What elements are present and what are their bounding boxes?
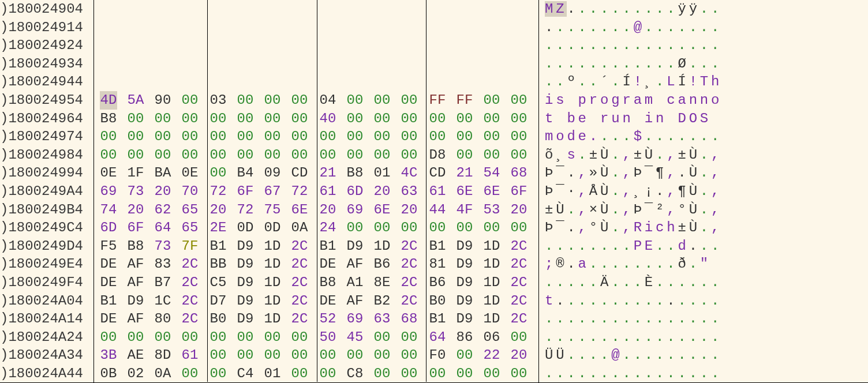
hex-byte[interactable]: 00 [264,328,281,347]
hex-byte[interactable]: 20 [401,201,418,219]
hex-byte[interactable]: F5 [100,237,117,256]
hex-byte[interactable]: 00 [100,328,117,347]
hex-byte[interactable]: 65 [181,219,199,237]
hex-byte[interactable]: 00 [483,219,500,237]
hex-byte[interactable]: 8E [373,273,391,292]
hex-byte[interactable]: B6 [429,273,446,292]
hex-byte[interactable]: 1D [483,292,500,310]
hex-byte[interactable]: 4D [100,91,117,110]
hex-byte[interactable]: B8 [346,164,364,182]
hex-byte[interactable]: 00 [456,365,473,383]
hex-byte[interactable]: 2C [510,292,527,310]
hex-byte[interactable]: 2C [181,310,199,328]
hex-byte[interactable]: 61 [181,346,199,365]
hex-byte[interactable]: 00 [237,91,254,110]
hex-byte[interactable]: 81 [429,255,446,273]
hex-byte[interactable]: D9 [237,255,254,273]
hex-byte[interactable]: 00 [209,365,227,383]
hex-byte[interactable]: 00 [237,127,254,146]
hex-byte[interactable]: 2C [181,292,199,310]
hex-byte[interactable]: 00 [237,346,254,365]
hex-byte[interactable]: 2C [291,292,308,310]
hex-byte[interactable]: 69 [346,201,364,219]
hex-byte[interactable]: 20 [154,182,171,201]
hex-byte[interactable]: 1D [264,310,281,328]
hex-byte[interactable]: 00 [483,127,500,146]
hex-byte[interactable]: 00 [264,91,281,110]
hex-byte[interactable]: 1D [483,273,500,292]
hex-byte[interactable]: 2C [401,292,418,310]
hex-byte[interactable]: 00 [100,127,117,146]
hex-row[interactable]: F5B8737FB1D91D2CB1D91D2CB1D91D2C [100,237,538,256]
hex-byte[interactable]: 6F [127,219,144,237]
hex-byte[interactable]: 00 [127,146,144,164]
hex-row[interactable]: 00000000000000000000000000000000 [100,127,538,146]
hex-byte[interactable]: 00 [373,328,391,347]
hex-byte[interactable]: 00 [291,91,308,110]
hex-byte[interactable]: 8D [154,346,171,365]
hex-byte[interactable]: 61 [319,182,336,201]
hex-row[interactable]: B8000000000000004000000000000000 [100,110,538,128]
hex-byte[interactable]: B8 [100,110,117,128]
hex-byte[interactable]: 01 [264,365,281,383]
hex-byte[interactable]: DE [319,255,336,273]
hex-row[interactable]: 6D6F64652E0D0D0A2400000000000000 [100,219,538,237]
hex-byte[interactable]: 00 [264,146,281,164]
hex-byte[interactable]: 6D [346,182,364,201]
hex-byte[interactable]: 74 [100,201,117,219]
hex-byte[interactable]: 00 [181,328,199,347]
hex-byte[interactable]: 1D [264,255,281,273]
hex-byte[interactable]: 2E [209,219,227,237]
hex-byte[interactable]: 6D [100,219,117,237]
hex-byte[interactable]: 00 [291,110,308,128]
hex-byte[interactable]: 00 [483,91,500,110]
hex-byte[interactable]: 52 [319,310,336,328]
hex-byte[interactable]: B8 [127,237,144,256]
hex-byte[interactable]: 20 [127,201,144,219]
hex-byte[interactable]: 00 [319,127,336,146]
hex-byte[interactable]: AF [127,255,144,273]
hex-byte[interactable]: 00 [456,127,473,146]
hex-row[interactable]: 4D5A90000300000004000000FFFF0000 [100,91,538,110]
hex-byte[interactable]: 1D [483,237,500,256]
hex-byte[interactable]: B1 [319,237,336,256]
hex-byte[interactable]: 00 [209,127,227,146]
hex-byte[interactable]: 00 [346,91,364,110]
hex-byte[interactable]: B0 [209,310,227,328]
hex-byte[interactable]: 00 [483,365,500,383]
hex-byte[interactable]: 0D [264,219,281,237]
hex-byte[interactable]: 00 [401,328,418,347]
hex-byte[interactable]: 2C [291,255,308,273]
hex-byte[interactable]: 83 [154,255,171,273]
hex-byte[interactable]: 00 [237,146,254,164]
hex-byte[interactable]: 7F [181,237,199,256]
hex-byte[interactable]: DE [319,292,336,310]
hex-byte[interactable]: 00 [209,110,227,128]
hex-byte[interactable]: 00 [127,110,144,128]
hex-byte[interactable]: 00 [181,146,199,164]
hex-byte[interactable]: 2C [291,310,308,328]
hex-byte[interactable]: 6F [237,182,254,201]
hex-byte[interactable]: DE [100,310,117,328]
hex-byte[interactable]: D9 [127,292,144,310]
hex-byte[interactable]: 69 [346,310,364,328]
hex-byte[interactable]: 00 [209,346,227,365]
hex-byte[interactable]: 63 [373,310,391,328]
hex-byte[interactable]: 00 [373,146,391,164]
hex-byte[interactable]: D9 [237,237,254,256]
hex-byte[interactable]: 40 [319,110,336,128]
hex-byte[interactable]: 01 [373,164,391,182]
hex-row[interactable]: DEAF802CB0D91D2C52696368B1D91D2C [100,310,538,328]
hex-byte[interactable]: 00 [429,110,446,128]
hex-byte[interactable]: 80 [154,310,171,328]
hex-byte[interactable]: 00 [181,365,199,383]
hex-byte[interactable]: BA [154,164,171,182]
hex-byte[interactable]: B6 [373,255,391,273]
hex-byte[interactable]: 6E [456,182,473,201]
hex-byte[interactable]: B8 [319,273,336,292]
hex-byte[interactable]: 45 [346,328,364,347]
hex-byte[interactable]: 00 [291,346,308,365]
hex-byte[interactable]: 00 [510,91,527,110]
hex-byte[interactable]: 72 [237,201,254,219]
hex-byte[interactable]: 2C [401,273,418,292]
